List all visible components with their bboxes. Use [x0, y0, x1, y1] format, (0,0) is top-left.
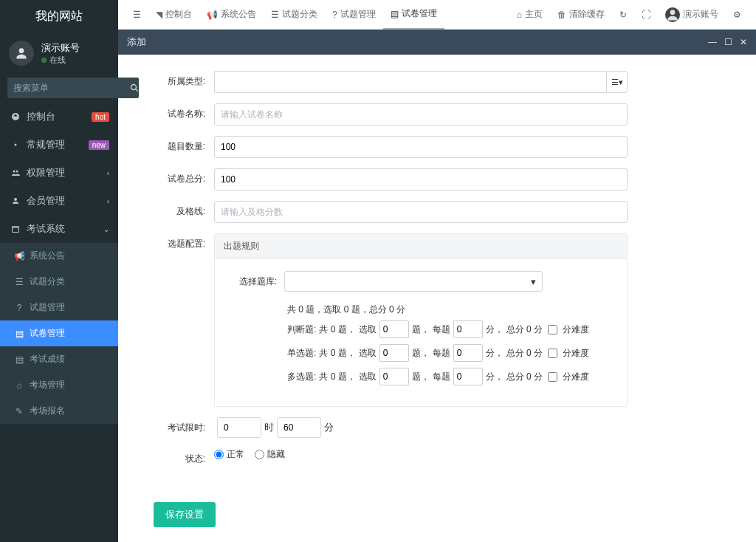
- search-input[interactable]: [7, 78, 130, 98]
- minimize-icon[interactable]: —: [708, 37, 717, 47]
- judge-diff-check[interactable]: [548, 325, 557, 335]
- sub-room[interactable]: ⌂考场管理: [0, 372, 118, 398]
- svg-rect-7: [13, 227, 19, 233]
- sub-qcategory[interactable]: ☰试题分类: [0, 269, 118, 295]
- name-input[interactable]: [214, 103, 628, 126]
- group-icon: [9, 168, 22, 177]
- single-pick-input[interactable]: [379, 344, 409, 362]
- topnav: ☰ ◥控制台 📢系统公告 ☰试题分类 ?试题管理 ▤试卷管理 ⌂主页 🗑清除缓存…: [118, 0, 756, 30]
- radio-hidden[interactable]: [255, 450, 264, 459]
- svg-point-1: [131, 85, 137, 90]
- row-multi: 多选题: 共 0 题， 选取 题， 每题 分， 总分 0 分 分难度: [287, 368, 616, 385]
- svg-point-9: [670, 10, 676, 15]
- nav-refresh[interactable]: ↻: [612, 0, 634, 30]
- list-icon: ☰: [13, 277, 25, 287]
- bank-select[interactable]: ▾: [284, 271, 543, 292]
- radio-normal[interactable]: [214, 450, 224, 459]
- chevron-left-icon: ‹: [107, 197, 109, 205]
- judge-pick-input[interactable]: [379, 320, 409, 338]
- status-hidden[interactable]: 隐藏: [255, 448, 285, 461]
- multi-pick-input[interactable]: [379, 368, 409, 385]
- home-icon: ⌂: [517, 10, 522, 20]
- count-input[interactable]: [214, 136, 628, 158]
- nav-clearcache[interactable]: 🗑清除缓存: [550, 0, 612, 30]
- user-icon: [9, 196, 22, 205]
- nav-home[interactable]: ⌂主页: [509, 0, 550, 30]
- rule-summary: 共 0 题，选取 0 题，总分 0 分: [287, 303, 616, 316]
- hour-input[interactable]: [217, 417, 261, 438]
- nav-user[interactable]: 演示账号: [658, 0, 726, 30]
- svg-point-5: [16, 171, 18, 173]
- user-status: 在线: [41, 55, 80, 66]
- maximize-icon[interactable]: ☐: [724, 37, 732, 47]
- home-icon: ⌂: [13, 380, 25, 391]
- menu-member[interactable]: 会员管理 ‹: [0, 187, 118, 215]
- sub-signup[interactable]: ✎考场报名: [0, 398, 118, 424]
- label-total: 试卷总分:: [154, 168, 205, 185]
- nav-settings[interactable]: ⚙: [726, 0, 749, 30]
- tab-question[interactable]: ?试题管理: [325, 0, 383, 30]
- close-icon[interactable]: ✕: [740, 37, 747, 47]
- gear-icon: [9, 140, 22, 149]
- category-dropdown[interactable]: ☰▾: [606, 71, 628, 93]
- bullhorn-icon: 📢: [13, 251, 25, 261]
- total-input[interactable]: [214, 168, 628, 191]
- tab-qcategory[interactable]: ☰试题分类: [264, 0, 325, 30]
- row-single: 单选题: 共 0 题， 选取 题， 每题 分， 总分 0 分 分难度: [287, 344, 616, 362]
- sub-paper[interactable]: ▤试卷管理: [0, 320, 118, 346]
- save-button[interactable]: 保存设置: [154, 502, 216, 527]
- single-score-input[interactable]: [453, 344, 483, 362]
- score-icon: ▤: [13, 354, 25, 365]
- menu-permission[interactable]: 权限管理 ‹: [0, 159, 118, 187]
- refresh-icon: ↻: [619, 10, 627, 20]
- menu-exam[interactable]: 考试系统 ⌄: [0, 215, 118, 243]
- dashboard-icon: [9, 112, 22, 121]
- judge-score-input[interactable]: [453, 320, 483, 338]
- user-name: 演示账号: [41, 41, 80, 55]
- tab-dashboard[interactable]: ◥控制台: [148, 0, 199, 30]
- list-icon: ☰: [271, 10, 279, 20]
- minute-input[interactable]: [277, 417, 321, 438]
- tab-paper[interactable]: ▤试卷管理: [383, 0, 444, 30]
- multi-score-input[interactable]: [453, 368, 483, 385]
- panel: 添加 — ☐ ✕ 所属类型: ☰▾ 试卷名称:: [118, 30, 756, 542]
- dashboard-icon: ◥: [156, 10, 162, 20]
- single-diff-check[interactable]: [548, 349, 557, 358]
- svg-line-2: [136, 89, 138, 92]
- tab-notice[interactable]: 📢系统公告: [199, 0, 264, 30]
- gears-icon: ⚙: [733, 10, 741, 20]
- svg-point-6: [14, 198, 17, 201]
- svg-point-0: [19, 48, 24, 53]
- category-input[interactable]: [214, 71, 606, 93]
- pass-input[interactable]: [214, 201, 628, 223]
- label-category: 所属类型:: [154, 71, 205, 88]
- calendar-icon: [9, 224, 22, 233]
- status-normal[interactable]: 正常: [214, 448, 244, 461]
- sidebar: 我的网站 演示账号 在线 控制台 hot 常规管理 new 权限管理 ‹: [0, 0, 118, 542]
- expand-icon: ⛶: [642, 10, 650, 20]
- caret-down-icon: ▾: [531, 276, 536, 287]
- sub-question[interactable]: ?试题管理: [0, 295, 118, 320]
- menu-dashboard[interactable]: 控制台 hot: [0, 103, 118, 131]
- label-name: 试卷名称:: [154, 103, 205, 120]
- svg-point-4: [13, 171, 16, 173]
- chevron-down-icon: ⌄: [103, 225, 109, 233]
- sub-notice[interactable]: 📢系统公告: [0, 243, 118, 269]
- nav-fullscreen[interactable]: ⛶: [634, 0, 658, 30]
- multi-diff-check[interactable]: [548, 372, 557, 382]
- menu-general[interactable]: 常规管理 new: [0, 131, 118, 159]
- menu-toggle[interactable]: ☰: [126, 0, 148, 30]
- chevron-left-icon: ‹: [107, 169, 109, 177]
- search-button[interactable]: [130, 78, 139, 98]
- sub-score[interactable]: ▤考试成绩: [0, 346, 118, 372]
- question-icon: ?: [332, 10, 337, 20]
- avatar: [9, 41, 34, 66]
- search-box: [7, 78, 111, 98]
- question-icon: ?: [13, 303, 25, 313]
- submenu-exam: 📢系统公告 ☰试题分类 ?试题管理 ▤试卷管理 ▤考试成绩 ⌂考场管理 ✎考场报…: [0, 243, 118, 424]
- panel-header: 添加 — ☐ ✕: [118, 30, 756, 55]
- badge-new: new: [89, 140, 109, 150]
- label-count: 题目数量:: [154, 136, 205, 153]
- main: ☰ ◥控制台 📢系统公告 ☰试题分类 ?试题管理 ▤试卷管理 ⌂主页 🗑清除缓存…: [118, 0, 756, 542]
- pencil-icon: ✎: [13, 406, 25, 416]
